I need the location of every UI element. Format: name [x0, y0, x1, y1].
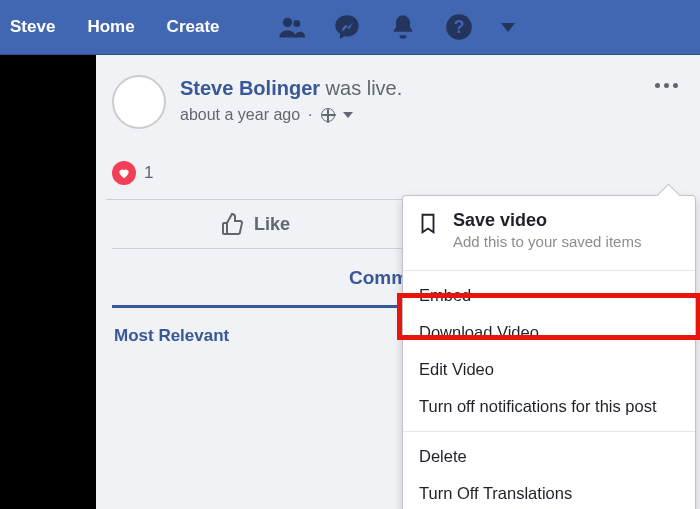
video-black-sidebar	[0, 55, 96, 509]
profile-link[interactable]: Steve	[10, 17, 55, 37]
menu-save-video[interactable]: Save video Add this to your saved items	[403, 196, 695, 264]
svg-point-0	[282, 18, 291, 27]
topbar-icons: ?	[277, 13, 515, 41]
menu-embed[interactable]: Embed	[403, 277, 695, 314]
sort-label: Most Relevant	[114, 326, 229, 346]
timestamp[interactable]: about a year ago	[180, 106, 300, 124]
author-link[interactable]: Steve Bolinger	[180, 77, 320, 99]
menu-delete[interactable]: Delete	[403, 438, 695, 475]
menu-turn-off-translations[interactable]: Turn Off Translations	[403, 475, 695, 509]
globe-icon[interactable]	[321, 108, 335, 122]
bookmark-icon	[417, 210, 439, 236]
menu-download-video[interactable]: Download Video	[403, 314, 695, 351]
avatar[interactable]	[112, 75, 166, 129]
create-link[interactable]: Create	[167, 17, 220, 37]
post-meta: about a year ago ·	[180, 106, 653, 124]
like-button[interactable]: Like	[112, 200, 398, 248]
save-title: Save video	[453, 210, 641, 231]
menu-turn-off-notifications[interactable]: Turn off notifications for this post	[403, 388, 695, 425]
post-options-button[interactable]	[653, 75, 680, 96]
svg-text:?: ?	[453, 17, 464, 37]
post-options-menu: Save video Add this to your saved items …	[402, 195, 696, 509]
help-icon[interactable]: ?	[445, 13, 473, 41]
menu-divider	[403, 431, 695, 432]
home-link[interactable]: Home	[87, 17, 134, 37]
topbar: Steve Home Create ?	[0, 0, 700, 55]
svg-point-1	[293, 20, 300, 27]
menu-edit-video[interactable]: Edit Video	[403, 351, 695, 388]
audience-caret-icon[interactable]	[343, 112, 353, 118]
thumbs-up-icon	[220, 212, 244, 236]
reactions-count: 1	[144, 163, 153, 183]
post-panel: Steve Bolinger was live. about a year ag…	[96, 55, 700, 509]
love-reaction-icon	[112, 161, 136, 185]
post-header-text: Steve Bolinger was live. about a year ag…	[180, 75, 653, 124]
reactions-bar[interactable]: 1	[106, 141, 690, 200]
menu-divider	[403, 270, 695, 271]
save-subtitle: Add this to your saved items	[453, 233, 641, 250]
like-label: Like	[254, 214, 290, 235]
friends-icon[interactable]	[277, 13, 305, 41]
live-status: was live.	[320, 77, 402, 99]
stage: Steve Bolinger was live. about a year ag…	[0, 55, 700, 509]
messenger-icon[interactable]	[333, 13, 361, 41]
notifications-icon[interactable]	[389, 13, 417, 41]
account-menu-caret-icon[interactable]	[501, 23, 515, 32]
post-header: Steve Bolinger was live. about a year ag…	[106, 75, 690, 141]
